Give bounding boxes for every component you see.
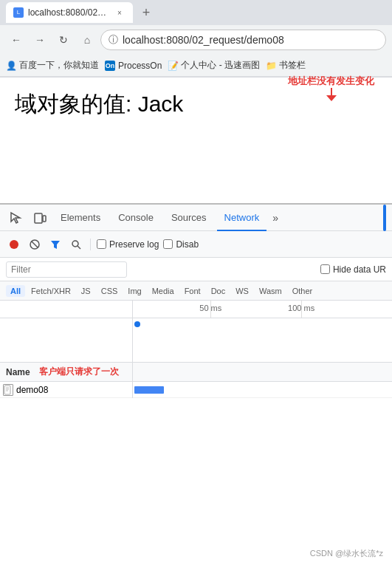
type-filter-row: All Fetch/XHR JS CSS Img Media Font Doc … xyxy=(0,281,392,301)
name-col-empty xyxy=(0,318,133,362)
back-icon: ← xyxy=(11,34,21,46)
tab-network[interactable]: Network xyxy=(217,205,267,231)
devtools-device-icon[interactable] xyxy=(30,208,50,228)
tab-sources-label: Sources xyxy=(171,212,207,223)
browser-window: L localhost:8080/02_request/demo × + ← →… xyxy=(0,0,392,565)
img-filter-btn[interactable]: Img xyxy=(123,285,145,297)
bookmark-folder[interactable]: 📁 书签栏 xyxy=(266,59,306,72)
waterfall-bar xyxy=(134,386,164,394)
tab-more[interactable]: » xyxy=(269,205,281,231)
svg-marker-1 xyxy=(326,95,337,101)
fetch-xhr-filter-btn[interactable]: Fetch/XHR xyxy=(27,285,75,297)
devtools-tab-bar: Elements Console Sources Network » xyxy=(0,205,392,231)
all-filter-btn[interactable]: All xyxy=(6,285,25,297)
timeline-dot xyxy=(134,321,140,327)
name-col-spacer xyxy=(0,301,133,318)
disable-cache-checkbox[interactable] xyxy=(163,239,173,249)
tab-sources[interactable]: Sources xyxy=(164,205,214,231)
bookmark-folder-label: 书签栏 xyxy=(279,59,306,72)
record-icon xyxy=(9,239,19,250)
clear-icon xyxy=(29,239,41,250)
home-icon: ⌂ xyxy=(84,34,90,46)
toolbar-divider xyxy=(90,239,91,250)
search-icon xyxy=(71,239,81,250)
bookmark-baidu-label: 百度一下，你就知道 xyxy=(19,59,99,72)
address-annotation: 地址栏没有发生变化 xyxy=(288,75,374,101)
bookmark-draw-icon: 📝 xyxy=(168,61,178,71)
refresh-icon: ↻ xyxy=(59,34,68,46)
svg-point-9 xyxy=(72,241,78,247)
refresh-button[interactable]: ↻ xyxy=(53,30,74,50)
tab-label: localhost:8080/02_request/demo xyxy=(28,7,109,18)
svg-line-7 xyxy=(32,242,38,247)
file-icon xyxy=(3,384,13,396)
doc-filter-btn[interactable]: Doc xyxy=(207,285,230,297)
search-button[interactable] xyxy=(68,236,84,253)
svg-rect-3 xyxy=(35,213,42,223)
devtools-cursor-icon[interactable] xyxy=(6,208,27,228)
filter-bar: Hide data UR xyxy=(0,258,392,281)
tab-network-label: Network xyxy=(224,212,260,223)
nav-bar: ← → ↻ ⌂ ⓘ localhost:8080/02_request/demo… xyxy=(0,25,392,55)
col-name-label: Name xyxy=(6,367,30,377)
home-button[interactable]: ⌂ xyxy=(77,30,97,50)
network-file-row[interactable]: demo08 xyxy=(0,382,392,398)
browser-chrome: L localhost:8080/02_request/demo × + ← →… xyxy=(0,0,392,78)
bookmark-processon[interactable]: On ProcessOn xyxy=(105,61,162,71)
svg-point-5 xyxy=(10,240,18,249)
svg-line-10 xyxy=(78,246,80,249)
bookmark-baidu[interactable]: 👤 百度一下，你就知道 xyxy=(6,59,99,72)
filter-right-area: Hide data UR xyxy=(320,264,386,275)
js-filter-btn[interactable]: JS xyxy=(77,285,95,297)
new-tab-button[interactable]: + xyxy=(136,2,157,23)
bookmark-processon-icon: On xyxy=(105,61,115,71)
record-button[interactable] xyxy=(6,236,22,253)
timeline-tick-100 xyxy=(301,301,302,318)
active-tab[interactable]: L localhost:8080/02_request/demo × xyxy=(6,2,133,23)
waterfall-timeline: 50 ms 100 ms xyxy=(133,301,392,318)
tab-bar: L localhost:8080/02_request/demo × + xyxy=(0,0,392,25)
timeline-tick-50 xyxy=(210,301,211,318)
tab-console[interactable]: Console xyxy=(111,205,161,231)
ws-filter-btn[interactable]: WS xyxy=(231,285,253,297)
waterfall-empty-area xyxy=(0,318,392,363)
annotation-text: 地址栏没有发生变化 xyxy=(288,75,374,88)
bookmark-draw[interactable]: 📝 个人中心 - 迅速画图 xyxy=(168,59,260,72)
tab-elements-label: Elements xyxy=(61,212,100,223)
filter-input[interactable] xyxy=(6,261,127,278)
watermark-text: CSDN @绿水长流*z xyxy=(310,549,383,558)
network-toolbar: Preserve log Disab xyxy=(0,231,392,258)
col-waterfall-header xyxy=(133,363,392,381)
other-filter-btn[interactable]: Other xyxy=(288,285,317,297)
page-content: 域对象的值: Jack 地址栏没有发生变化 xyxy=(0,78,392,203)
disable-cache-label: Disab xyxy=(176,239,199,250)
svg-rect-11 xyxy=(4,386,10,394)
col-name-header[interactable]: Name 客户端只请求了一次 xyxy=(0,363,133,381)
css-filter-btn[interactable]: CSS xyxy=(97,285,123,297)
address-bar[interactable]: ⓘ localhost:8080/02_request/demo08 xyxy=(100,30,386,50)
clear-button[interactable] xyxy=(27,236,43,253)
forward-button[interactable]: → xyxy=(30,30,50,50)
wasm-filter-btn[interactable]: Wasm xyxy=(255,285,286,297)
tab-close-icon[interactable]: × xyxy=(114,7,125,18)
preserve-log-checkbox[interactable] xyxy=(97,239,106,249)
watermark: CSDN @绿水长流*z xyxy=(310,548,383,559)
bookmarks-bar: 👤 百度一下，你就知道 On ProcessOn 📝 个人中心 - 迅速画图 📁… xyxy=(0,55,392,77)
media-filter-btn[interactable]: Media xyxy=(148,285,179,297)
back-button[interactable]: ← xyxy=(6,30,27,50)
svg-rect-4 xyxy=(43,216,46,222)
annotation-arrow-icon xyxy=(326,88,337,101)
bookmark-processon-label: ProcessOn xyxy=(118,61,162,71)
waterfall-col-empty xyxy=(133,318,392,362)
devtools-panel: Elements Console Sources Network » xyxy=(0,203,392,398)
tab-elements[interactable]: Elements xyxy=(53,205,108,231)
hide-data-url-label: Hide data UR xyxy=(333,264,386,275)
font-filter-btn[interactable]: Font xyxy=(180,285,205,297)
preserve-log-checkbox-label[interactable]: Preserve log xyxy=(97,239,159,250)
svg-marker-8 xyxy=(51,241,60,249)
hide-data-url-checkbox[interactable] xyxy=(320,264,330,274)
disable-cache-checkbox-label[interactable]: Disab xyxy=(163,239,199,250)
filter-button[interactable] xyxy=(47,236,63,253)
tab-console-label: Console xyxy=(118,212,154,223)
timeline-header: 50 ms 100 ms xyxy=(0,301,392,318)
